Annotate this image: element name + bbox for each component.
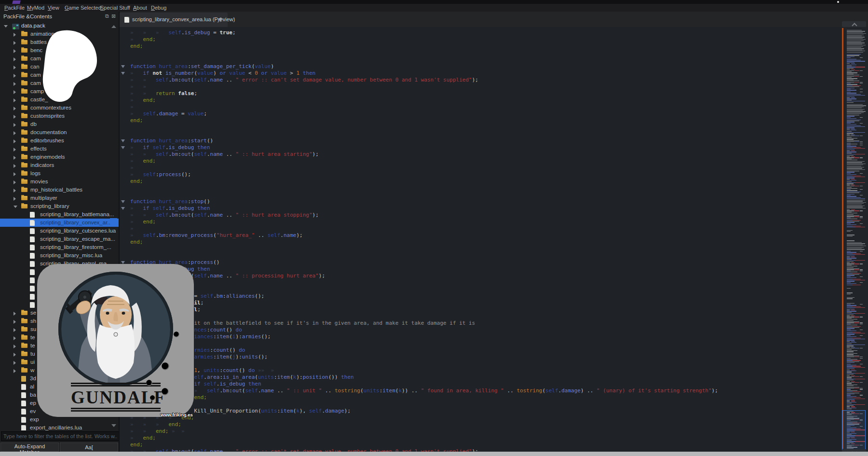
- fold-arrow-icon[interactable]: [121, 65, 125, 68]
- minimap-line: [844, 362, 867, 363]
- menu-item-special-stuff[interactable]: Special Stuff: [100, 4, 130, 12]
- minimap[interactable]: [841, 0, 868, 456]
- tree-row-label: multiplayer: [30, 194, 57, 202]
- fold-arrow-icon[interactable]: [121, 207, 125, 210]
- tree-scroll-down-icon[interactable]: [111, 424, 116, 427]
- collapsed-arrow-icon[interactable]: [14, 131, 16, 135]
- scroll-up-button[interactable]: [842, 21, 866, 27]
- collapsed-arrow-icon[interactable]: [14, 328, 16, 332]
- tree-row[interactable]: logs: [0, 169, 119, 178]
- tree-row-label: tu: [30, 350, 35, 358]
- minimap-line: [844, 242, 867, 243]
- collapsed-arrow-icon[interactable]: [14, 369, 16, 373]
- collapsed-arrow-icon[interactable]: [14, 353, 16, 357]
- tree-row[interactable]: indicators: [0, 161, 119, 169]
- collapsed-arrow-icon[interactable]: [14, 156, 16, 160]
- collapsed-arrow-icon[interactable]: [14, 57, 16, 61]
- collapsed-arrow-icon[interactable]: [14, 180, 16, 184]
- collapsed-arrow-icon[interactable]: [14, 312, 16, 316]
- tree-row[interactable]: mp_historical_battles: [0, 186, 119, 194]
- collapsed-arrow-icon[interactable]: [14, 115, 16, 119]
- collapsed-arrow-icon[interactable]: [14, 139, 16, 143]
- menu-item-about[interactable]: About: [133, 4, 147, 12]
- minimap-line: [844, 344, 867, 344]
- code-line: » self.damage = value;: [130, 111, 207, 117]
- fold-arrow-icon[interactable]: [121, 200, 125, 203]
- expanded-arrow-icon[interactable]: [4, 25, 8, 28]
- filter-input[interactable]: [1, 431, 120, 441]
- tree-row[interactable]: db: [0, 120, 119, 128]
- fold-arrow-icon[interactable]: [121, 146, 125, 149]
- minimap-line: [844, 359, 867, 359]
- tree-row-label: movies: [30, 178, 48, 186]
- minimap-viewport[interactable]: [842, 410, 866, 450]
- pin-icon[interactable]: [217, 16, 223, 25]
- minimap-line: [844, 97, 867, 98]
- collapsed-arrow-icon[interactable]: [14, 90, 16, 94]
- tab-convex-area[interactable]: scripting_library_convex_area.lua (Previ…: [120, 13, 228, 27]
- minimap-line: [844, 316, 867, 316]
- tree-row[interactable]: multiplayer: [0, 194, 119, 202]
- tree-row[interactable]: movies: [0, 178, 119, 186]
- menu-item-view[interactable]: View: [48, 4, 59, 12]
- tree-row[interactable]: export_ancillaries.lua: [0, 424, 119, 430]
- collapsed-arrow-icon[interactable]: [14, 49, 16, 53]
- minimap-line: [844, 334, 867, 334]
- float-panel-icon[interactable]: ⧉: [105, 13, 109, 19]
- fold-arrow-icon[interactable]: [121, 139, 125, 142]
- tree-row[interactable]: scripting_library_firestorm_...: [0, 243, 119, 251]
- collapsed-arrow-icon[interactable]: [14, 66, 16, 69]
- collapsed-arrow-icon[interactable]: [14, 189, 16, 193]
- tree-row[interactable]: effects: [0, 145, 119, 153]
- code-editor[interactable]: » » » self.is_debug = true;» end;end;fun…: [120, 27, 841, 452]
- collapsed-arrow-icon[interactable]: [14, 33, 16, 37]
- minimap-line: [844, 72, 867, 73]
- collapsed-arrow-icon[interactable]: [14, 361, 16, 365]
- tree-row[interactable]: editorbrushes: [0, 137, 119, 145]
- case-sensitive-button[interactable]: Aa[: [60, 442, 118, 452]
- tree-row[interactable]: enginemodels: [0, 153, 119, 161]
- menu-item-game-selected[interactable]: Game Selected: [65, 4, 101, 12]
- tree-row[interactable]: scripting_library: [0, 202, 119, 210]
- tree-row[interactable]: customsprites: [0, 112, 119, 120]
- auto-expand-matches-button[interactable]: Auto-Expand Matches: [0, 442, 59, 452]
- collapsed-arrow-icon[interactable]: [14, 197, 16, 201]
- collapsed-arrow-icon[interactable]: [14, 336, 16, 340]
- collapsed-arrow-icon[interactable]: [14, 98, 16, 102]
- collapsed-arrow-icon[interactable]: [14, 164, 16, 168]
- tree-row[interactable]: scripting_library_misc.lua: [0, 251, 119, 260]
- minimap-line: [844, 267, 867, 268]
- collapsed-arrow-icon[interactable]: [14, 320, 16, 324]
- collapsed-arrow-icon[interactable]: [14, 172, 16, 176]
- minimap-line: [844, 305, 867, 305]
- collapsed-arrow-icon[interactable]: [14, 107, 16, 111]
- menu-item-mymod[interactable]: MyMod: [27, 4, 44, 12]
- collapsed-arrow-icon[interactable]: [14, 82, 16, 86]
- minimap-line: [844, 324, 867, 324]
- tree-scrollbar-thumb[interactable]: [110, 218, 117, 226]
- minimap-line: [844, 364, 867, 364]
- collapsed-arrow-icon[interactable]: [14, 123, 16, 127]
- minimap-line: [844, 76, 867, 77]
- fold-arrow-icon[interactable]: [121, 72, 125, 75]
- tree-row[interactable]: scripting_library_convex_ar...: [0, 219, 119, 227]
- folder-icon: [21, 163, 27, 167]
- code-line: » » self.bm:out(self.name .. " :: hurt a…: [130, 212, 319, 219]
- tree-row[interactable]: scripting_library_cutscenes.lua: [0, 227, 119, 235]
- collapsed-arrow-icon[interactable]: [14, 345, 16, 348]
- expanded-arrow-icon[interactable]: [14, 206, 17, 208]
- tree-row[interactable]: scripting_library_battlemana...: [0, 210, 119, 219]
- tree-scroll-up-icon[interactable]: [111, 25, 116, 28]
- close-panel-icon[interactable]: ⊠: [111, 13, 116, 19]
- collapsed-arrow-icon[interactable]: [14, 41, 16, 45]
- code-line: » end;: [130, 36, 156, 43]
- menu-item-debug[interactable]: Debug: [151, 4, 166, 12]
- file-icon: [21, 409, 26, 415]
- tree-row[interactable]: scripting_library_escape_ma...: [0, 235, 119, 243]
- tree-row[interactable]: documentation: [0, 128, 119, 137]
- menu-item-packfile[interactable]: PackFile: [4, 4, 25, 12]
- collapsed-arrow-icon[interactable]: [14, 74, 16, 78]
- minimap-modified-bar: [842, 28, 843, 449]
- collapsed-arrow-icon[interactable]: [14, 148, 16, 152]
- tree-row[interactable]: commontextures: [0, 104, 119, 112]
